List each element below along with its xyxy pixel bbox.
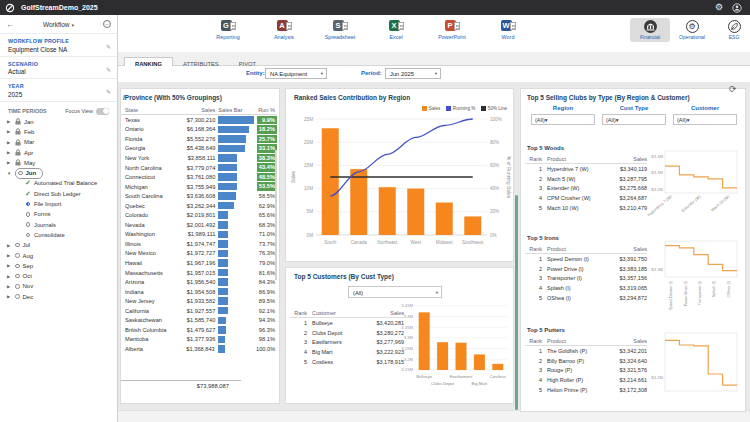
table-row[interactable]: 4Splash (I)$3,319,065 — [525, 283, 647, 293]
chevron-collapsed-icon[interactable]: ▶ — [7, 119, 15, 124]
col-product[interactable]: Product — [542, 338, 605, 344]
sidebar-month-jul[interactable]: ▶Jul — [0, 240, 117, 250]
chevron-collapsed-icon[interactable]: ▶ — [7, 284, 15, 289]
table-row[interactable]: New Mexico$1,972,72776.3% — [121, 249, 277, 259]
table-row[interactable]: New Jersey$1,933,58289.5% — [121, 296, 277, 306]
table-row[interactable]: 2Mach 5 (W)$3,287,795 — [525, 174, 647, 184]
focus-view-toggle[interactable] — [96, 108, 109, 115]
table-row[interactable]: Saskatchewan$1,585,74094.3% — [121, 315, 277, 325]
col-sales[interactable]: Sales — [605, 156, 647, 162]
collapse-panel-icon[interactable]: – — [103, 20, 111, 28]
col-state[interactable]: State — [121, 107, 177, 113]
table-row[interactable]: Florida$5,552,27625.7% — [121, 134, 277, 144]
chevron-expanded-icon[interactable]: ▼ — [7, 171, 15, 176]
table-row[interactable]: 2Clubs Depot$3,280,272 — [290, 328, 404, 338]
table-row[interactable]: Ontario$6,168,36418.2% — [121, 125, 277, 135]
table-row[interactable]: Manitoba$1,377,93698.1% — [121, 335, 277, 345]
entity-select[interactable]: NA Equipment▾ — [265, 68, 327, 79]
refresh-icon[interactable]: ⟳ — [729, 84, 737, 94]
workflow-step-file-import[interactable]: File Import — [0, 199, 117, 209]
region-select[interactable]: (All)▾ — [531, 114, 595, 125]
table-row[interactable]: Michigan$3,755,94953.5% — [121, 182, 277, 192]
col-product[interactable]: Product — [542, 246, 605, 252]
table-row[interactable]: 4High Roller (P)$3,214,661 — [525, 375, 647, 385]
col-sales[interactable]: Sales — [605, 246, 647, 252]
table-row[interactable]: 3Transporter (I)$3,357,156 — [525, 274, 647, 284]
table-row[interactable]: Colorado$2,019,80165.6% — [121, 210, 277, 220]
sidebar-month-jan[interactable]: ▶Jan — [0, 117, 117, 127]
table-row[interactable]: 1Bullseye$3,420,281 — [290, 318, 404, 328]
sidebar-month-sep[interactable]: ▶Sep — [0, 261, 117, 271]
edit-pencil-icon[interactable]: ✎ — [106, 43, 111, 50]
table-row[interactable]: 3Rouge (P)$3,321,576 — [525, 366, 647, 376]
table-row[interactable]: North Carolina$3,779,07443.4% — [121, 163, 277, 173]
col-run-pct[interactable]: Run % — [257, 107, 277, 113]
vertical-scrollbar[interactable] — [515, 195, 518, 410]
table-row[interactable]: New York$3,858,11138.3% — [121, 153, 277, 163]
sidebar-month-mar[interactable]: ▶Mar — [0, 137, 117, 147]
grid-scrollbar[interactable] — [275, 150, 277, 280]
table-row[interactable]: South Carolina$3,636,60858.5% — [121, 191, 277, 201]
col-sales[interactable]: Sales — [605, 338, 647, 344]
workflow-step-consolidate[interactable]: Consolidate — [0, 230, 117, 240]
col-product[interactable]: Product — [542, 156, 605, 162]
table-row[interactable]: 2Power Drive (I)$3,383,185 — [525, 264, 647, 274]
workflow-nav-select[interactable]: Workflow▾ — [14, 21, 103, 28]
col-sales[interactable]: Sales — [362, 310, 404, 316]
table-row[interactable]: 4Big Mart$3,222,923 — [290, 347, 404, 357]
cust-type-select[interactable]: (All)▾ — [602, 114, 666, 125]
back-arrow-icon[interactable]: ← — [6, 20, 14, 29]
settings-gear-icon[interactable]: ⚙ — [715, 3, 723, 12]
table-row[interactable]: Connecticut$3,761,08048.5% — [121, 172, 277, 182]
table-row[interactable]: Texas$7,300,2109.9% — [121, 115, 277, 125]
app-analysis-button[interactable]: AAnalysis — [257, 20, 311, 40]
sidebar-month-nov[interactable]: ▶Nov — [0, 281, 117, 291]
sidebar-month-aug[interactable]: ▶Aug — [0, 250, 117, 260]
app-reporting-button[interactable]: GReporting — [201, 20, 255, 40]
workflow-step-direct-sub-ledger[interactable]: ✓Direct Sub Ledger — [0, 189, 117, 199]
col-sales-bar[interactable]: Sales Bar — [215, 107, 256, 113]
table-row[interactable]: British Columbia$1,479,62796.3% — [121, 325, 277, 335]
table-row[interactable]: California$1,927,55792.1% — [121, 306, 277, 316]
edit-pencil-icon[interactable]: ✎ — [106, 66, 111, 73]
chevron-collapsed-icon[interactable]: ▶ — [7, 253, 15, 258]
chevron-collapsed-icon[interactable]: ▶ — [7, 150, 15, 155]
view-financial-button[interactable]: Financial — [630, 18, 670, 42]
table-row[interactable]: 5Helion Prime (P)$3,172,308 — [525, 385, 647, 395]
user-avatar-icon[interactable] — [732, 0, 742, 17]
chevron-collapsed-icon[interactable]: ▶ — [7, 243, 15, 248]
app-excel-button[interactable]: XExcel — [369, 20, 423, 40]
table-row[interactable]: Massachusetts$1,957,01581.6% — [121, 268, 277, 278]
edit-pencil-icon[interactable]: ✎ — [106, 88, 111, 95]
sidebar-month-oct[interactable]: ▶Oct — [0, 271, 117, 281]
app-word-button[interactable]: WWord — [481, 20, 535, 40]
table-row[interactable]: Quebec$3,262,34462.9% — [121, 201, 277, 211]
table-row[interactable]: Washington$1,989,11171.0% — [121, 230, 277, 240]
chevron-collapsed-icon[interactable]: ▶ — [7, 294, 15, 299]
table-row[interactable]: Alberta$1,368,843100.0% — [121, 344, 277, 354]
table-row[interactable]: Nevada$2,001,49268.3% — [121, 220, 277, 230]
col-rank[interactable]: Rank — [525, 246, 542, 252]
view-esg-button[interactable]: ESG — [718, 18, 750, 42]
table-row[interactable]: 4CPM Crusher (W)$3,264,687 — [525, 193, 647, 203]
chevron-collapsed-icon[interactable]: ▶ — [7, 160, 15, 165]
col-rank[interactable]: Rank — [525, 156, 542, 162]
chevron-collapsed-icon[interactable]: ▶ — [7, 140, 15, 145]
table-row[interactable]: 5OShea (I)$3,294,872 — [525, 293, 647, 303]
chevron-collapsed-icon[interactable]: ▶ — [7, 274, 15, 279]
table-row[interactable]: 5Costless$3,178,915 — [290, 357, 404, 367]
table-row[interactable]: Georgia$5,438,64933.1% — [121, 144, 277, 154]
table-row[interactable]: 1The Goldfish (P)$3,342,201 — [525, 346, 647, 356]
sidebar-month-may[interactable]: ▶May — [0, 158, 117, 168]
sidebar-month-feb[interactable]: ▶Feb — [0, 127, 117, 137]
app-spreadsheet-button[interactable]: SSpreadsheet — [313, 20, 367, 40]
workflow-step-automated-trial-balance[interactable]: ✓Automated Trial Balance — [0, 178, 117, 188]
sidebar-month-apr[interactable]: ▶Apr — [0, 147, 117, 157]
col-rank[interactable]: Rank — [290, 310, 307, 316]
period-select[interactable]: Jun 2025▾ — [385, 68, 441, 79]
table-row[interactable]: Hawaii$1,967,19679.0% — [121, 258, 277, 268]
table-row[interactable]: 3Eastfarmers$3,277,969 — [290, 338, 404, 348]
chevron-collapsed-icon[interactable]: ▶ — [7, 129, 15, 134]
customer-select[interactable]: (All)▾ — [673, 114, 737, 125]
table-row[interactable]: Indiana$1,954,50886.9% — [121, 287, 277, 297]
